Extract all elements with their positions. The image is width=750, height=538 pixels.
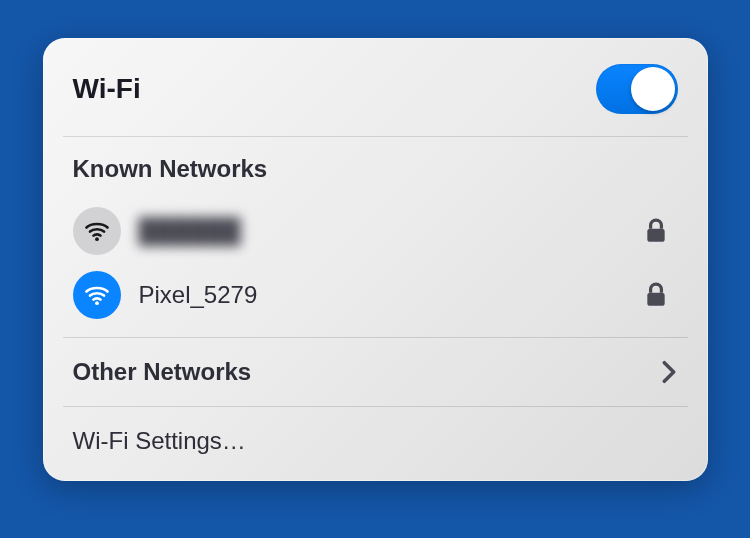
svg-rect-1 <box>647 229 664 242</box>
panel-title: Wi-Fi <box>73 73 141 105</box>
wifi-header: Wi-Fi <box>43 38 708 136</box>
network-row[interactable]: Pixel_5279 <box>73 263 678 327</box>
network-name: ██████ <box>139 217 622 245</box>
lock-icon <box>640 218 672 244</box>
chevron-right-icon <box>660 358 678 386</box>
wifi-settings-label: Wi-Fi Settings… <box>73 427 678 455</box>
toggle-knob <box>631 67 675 111</box>
wifi-icon <box>73 271 121 319</box>
wifi-panel: Wi-Fi Known Networks ██████ <box>43 38 708 481</box>
svg-point-2 <box>95 301 99 305</box>
wifi-toggle[interactable] <box>596 64 678 114</box>
svg-point-0 <box>95 237 99 241</box>
other-networks-label: Other Networks <box>73 358 252 386</box>
network-row[interactable]: ██████ <box>73 199 678 263</box>
other-networks-button[interactable]: Other Networks <box>43 338 708 406</box>
network-name: Pixel_5279 <box>139 281 622 309</box>
known-networks-section: Known Networks ██████ <box>43 137 708 337</box>
lock-icon <box>640 282 672 308</box>
known-networks-label: Known Networks <box>73 155 678 183</box>
wifi-icon <box>73 207 121 255</box>
wifi-settings-button[interactable]: Wi-Fi Settings… <box>43 407 708 481</box>
svg-rect-3 <box>647 293 664 306</box>
